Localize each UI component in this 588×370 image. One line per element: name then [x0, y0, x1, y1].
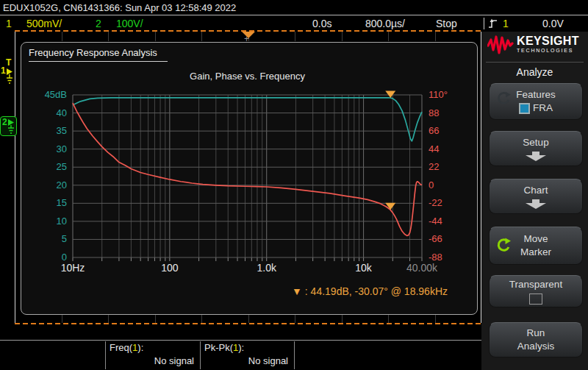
- transparent-button[interactable]: Transparent: [489, 275, 583, 307]
- gain-axis-label: 35: [21, 125, 67, 137]
- freq-axis-label: 10k: [334, 262, 393, 274]
- graticule-division-tick: [342, 314, 343, 323]
- ch1-scale[interactable]: 500mV/: [26, 16, 62, 31]
- device-id-text: EDUX1052G, CN61431366: Sun Apr 03 12:58:…: [3, 2, 236, 13]
- device-title-bar: EDUX1052G, CN61431366: Sun Apr 03 12:58:…: [0, 0, 588, 15]
- graticule-division-tick: [155, 32, 156, 41]
- fra-label: FRA: [533, 102, 553, 115]
- phase-axis-label: 22: [429, 161, 439, 173]
- measurement-pkpk[interactable]: Pk-Pk(1): No signal: [201, 341, 294, 369]
- menu-title: Analyze: [481, 66, 588, 78]
- graticule-division-tick: [435, 32, 436, 41]
- gain-marker[interactable]: [385, 90, 395, 98]
- move-marker-label-2: Marker: [520, 246, 551, 259]
- gain-axis-label: 40: [21, 107, 67, 119]
- graticule-division-tick: [62, 32, 62, 41]
- ch1-ground-marker[interactable]: 1: [1, 66, 14, 85]
- graticule-division-tick: [155, 314, 156, 323]
- marker-readout: ▼ : 44.19dB, -30.07° @ 18.96kHz: [292, 285, 448, 297]
- fra-active-indicator: [519, 103, 530, 114]
- graticule-division-tick: [295, 314, 295, 323]
- softkey-panel: KEYSIGHT TECHNOLOGIES Analyze Features F…: [481, 32, 588, 370]
- freq-axis-label: 10Hz: [43, 262, 102, 274]
- dialog-title: Frequency Response Analysis: [29, 47, 168, 62]
- transparent-label: Transparent: [509, 278, 562, 291]
- setup-button[interactable]: Setup: [489, 131, 583, 166]
- time-offset[interactable]: 0.0s: [312, 16, 331, 31]
- measurement-pkpk-value: No signal: [201, 355, 294, 368]
- run-analysis-button[interactable]: Run Analysis: [489, 322, 583, 357]
- trigger-source[interactable]: 1: [503, 16, 509, 31]
- setup-label: Setup: [523, 136, 548, 149]
- run-analysis-label-2: Analysis: [517, 340, 554, 353]
- trigger-edge-icon: [488, 18, 498, 32]
- cycle-icon-dim: [496, 91, 511, 108]
- graticule-division-tick: [201, 314, 202, 323]
- graticule-division-tick: [388, 32, 389, 41]
- timebase[interactable]: 800.0µs/: [365, 16, 405, 31]
- run-state[interactable]: Stop: [436, 16, 457, 31]
- graticule-left-edge: [15, 32, 15, 323]
- phase-axis-label: -66: [429, 233, 442, 245]
- ch1-ground-icon: [6, 66, 14, 85]
- graticule-division-tick: [248, 314, 249, 323]
- measurement-freq[interactable]: Freq(1): No signal: [106, 341, 200, 369]
- run-analysis-label-1: Run: [527, 327, 545, 340]
- move-marker-button[interactable]: Move Marker: [489, 227, 583, 265]
- phase-axis-label: -88: [429, 252, 442, 263]
- chart-button[interactable]: Chart: [489, 179, 583, 214]
- graticule-division-tick: [342, 32, 343, 41]
- gain-axis-label: 25: [21, 161, 67, 173]
- cycle-icon-green: [495, 238, 511, 255]
- measurement-freq-value: No signal: [106, 355, 200, 368]
- panel-divider: [486, 62, 584, 63]
- gain-axis-label: 10: [21, 216, 67, 227]
- features-label: Features: [516, 88, 555, 102]
- ch2-number[interactable]: 2: [96, 16, 101, 31]
- trigger-level[interactable]: 0.0V: [542, 16, 564, 31]
- phase-axis-label: -44: [429, 216, 442, 227]
- transparent-checkbox[interactable]: [529, 293, 542, 305]
- status-bar: 1 500mV/ 2 100V/ 0.0s 800.0µs/ Stop 1 0.…: [0, 16, 588, 31]
- bode-plot: [73, 95, 422, 263]
- graticule-division-tick: [201, 32, 202, 41]
- freq-axis-label: 40.00k: [392, 262, 451, 274]
- ch2-ground-marker[interactable]: 2: [0, 116, 17, 136]
- gain-axis-label: 5: [21, 233, 67, 245]
- features-button[interactable]: Features FRA: [489, 83, 583, 120]
- phase-axis-label: 44: [429, 143, 439, 155]
- phase-axis-label: 66: [429, 125, 439, 137]
- graticule-division-tick: [108, 32, 109, 41]
- graticule-division-tick: [388, 314, 389, 323]
- phase-axis-label: -22: [429, 197, 442, 209]
- gain-axis-label: 15: [21, 197, 67, 209]
- phase-axis-label: 88: [429, 107, 439, 119]
- oscilloscope-screen: EDUX1052G, CN61431366: Sun Apr 03 12:58:…: [0, 0, 588, 370]
- ch1-number[interactable]: 1: [6, 16, 12, 31]
- graticule-division-tick: [108, 314, 109, 323]
- phase-axis-label: 110°: [429, 89, 448, 101]
- fra-dialog: Frequency Response Analysis Gain, Phase …: [21, 42, 478, 315]
- gain-axis-label: 20: [21, 179, 67, 191]
- gain-axis-label: 30: [21, 143, 67, 155]
- freq-axis-label: 100: [140, 262, 199, 274]
- down-arrow-icon: [526, 199, 546, 209]
- keysight-logo: KEYSIGHT TECHNOLOGIES: [487, 35, 579, 55]
- phase-curve: [73, 103, 422, 235]
- down-arrow-icon: [526, 152, 546, 161]
- gain-axis-label: 0: [21, 252, 67, 263]
- graticule-bottom-edge: [15, 323, 481, 324]
- graticule-division-tick: [62, 314, 62, 323]
- ch2-ground-icon: [7, 118, 15, 135]
- chart-title: Gain, Phase vs. Frequency: [73, 71, 422, 82]
- move-marker-label-1: Move: [523, 232, 548, 246]
- status-divider: [484, 18, 484, 29]
- chart-label: Chart: [523, 184, 548, 197]
- ch2-scale[interactable]: 100V/: [116, 16, 143, 31]
- phase-marker[interactable]: [385, 203, 395, 210]
- phase-axis-label: 0: [429, 179, 434, 191]
- graticule-division-tick: [295, 32, 295, 41]
- bottom-separator: [0, 340, 481, 341]
- gain-axis-label: 45dB: [21, 89, 67, 101]
- keysight-spark-icon: [487, 35, 514, 55]
